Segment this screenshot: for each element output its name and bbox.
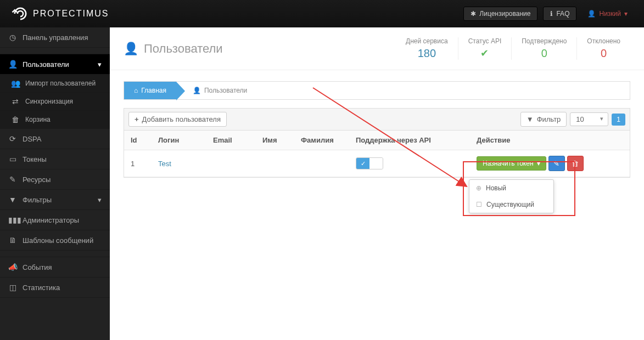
breadcrumb: ⌂Главная 👤Пользователи	[124, 81, 630, 100]
edit-button[interactable]: ✎	[548, 156, 565, 171]
funnel-icon: ▼	[527, 115, 534, 123]
refresh-icon: ⟳	[8, 134, 17, 143]
users-panel: +Добавить пользователя ▼Фильтр 10 1 Id Л…	[124, 108, 630, 178]
user-icon: 👤	[124, 42, 138, 56]
sidebar-item-bin[interactable]: 🗑Корзина	[0, 111, 110, 129]
caret-down-icon: ▾	[98, 60, 102, 69]
stat-days: Дней сервиса180	[396, 37, 458, 60]
check-icon: ✓	[356, 158, 369, 169]
trash-icon: 🗑	[572, 160, 579, 168]
brand-logo-icon	[11, 4, 30, 23]
page-header: 👤Пользователи Дней сервиса180 Статус API…	[110, 27, 644, 70]
sidebar-item-users[interactable]: 👤Пользователи▾	[0, 54, 110, 75]
trash-icon: 🗑	[11, 115, 20, 124]
plus-icon: +	[135, 115, 139, 123]
delete-button[interactable]: 🗑	[567, 156, 584, 171]
caret-down-icon: ▾	[624, 10, 628, 18]
divider	[0, 48, 110, 54]
th-first: Имя	[256, 131, 294, 150]
check-icon: ✔	[468, 47, 502, 59]
divider	[0, 251, 110, 257]
cell-last	[294, 150, 349, 177]
chart-icon: ◫	[8, 283, 17, 292]
th-login: Логин	[152, 131, 206, 150]
sidebar-item-admins[interactable]: ▮▮▮Администраторы	[0, 210, 110, 230]
brand-text: PROTECTIMUS	[33, 9, 109, 19]
megaphone-icon: 📣	[8, 263, 17, 271]
breadcrumb-current: 👤Пользователи	[176, 82, 255, 99]
doc-icon: 🗎	[8, 236, 17, 245]
stat-api-status: Статус API✔	[458, 37, 512, 60]
users-table: Id Логин Email Имя Фамилия Поддержка чер…	[124, 131, 630, 177]
users-icon: 👥	[11, 79, 20, 88]
page-size-select[interactable]: 10	[570, 112, 608, 126]
brand-logo: PROTECTIMUS	[11, 4, 109, 23]
pencil-icon: ✎	[8, 175, 17, 184]
dashboard-icon: ◷	[8, 33, 17, 42]
home-icon: ⌂	[134, 87, 138, 94]
filter-button[interactable]: ▼Фильтр	[520, 112, 567, 127]
square-icon: ☐	[476, 201, 482, 208]
page-number[interactable]: 1	[612, 114, 625, 126]
dropdown-item-existing[interactable]: ☐Существующий	[469, 196, 553, 213]
sidebar-item-dashboard[interactable]: ◷Панель управления	[0, 27, 110, 48]
th-email: Email	[206, 131, 256, 150]
stat-declined: Отклонено0	[576, 37, 630, 60]
plus-circle-icon: ⊕	[476, 184, 481, 192]
user-icon: 👤	[193, 87, 201, 94]
table-row: 1 Test ✓ Назначить токен▾ ✎ 🗑	[124, 150, 630, 177]
sidebar-item-stats[interactable]: ◫Статистика	[0, 277, 110, 298]
th-action: Действие	[470, 131, 630, 150]
user-icon: 👤	[587, 10, 596, 18]
add-user-button[interactable]: +Добавить пользователя	[128, 112, 227, 127]
licensing-button[interactable]: ✱Лицензирование	[463, 7, 537, 21]
page-title-text: Пользователи	[144, 42, 223, 56]
info-icon: ℹ	[550, 10, 553, 18]
user-menu[interactable]: 👤Низкий▾	[582, 7, 633, 20]
sidebar-item-events[interactable]: 📣События	[0, 257, 110, 277]
gear-icon: ✱	[471, 10, 476, 18]
faq-button[interactable]: ℹFAQ	[543, 7, 576, 21]
th-last: Фамилия	[294, 131, 349, 150]
stat-confirmed: Подтверждено0	[511, 37, 576, 60]
device-icon: ▭	[8, 155, 17, 163]
caret-down-icon: ▾	[98, 196, 102, 204]
th-api: Поддержка через API	[349, 131, 470, 150]
bars-icon: ▮▮▮	[8, 216, 17, 224]
api-toggle[interactable]: ✓	[356, 157, 383, 169]
cell-email	[206, 150, 256, 177]
top-bar: PROTECTIMUS ✱Лицензирование ℹFAQ 👤Низкий…	[0, 0, 644, 27]
sidebar-item-sync[interactable]: ⇄Синхронизация	[0, 93, 110, 111]
sidebar-item-import-users[interactable]: 👥Импорт пользователей	[0, 75, 110, 93]
shuffle-icon: ⇄	[11, 97, 20, 106]
cell-first	[256, 150, 294, 177]
sidebar-item-tokens[interactable]: ▭Токены	[0, 149, 110, 169]
sidebar-item-dspa[interactable]: ⟳DSPA	[0, 129, 110, 149]
funnel-icon: ▼	[8, 195, 17, 204]
dropdown-item-new[interactable]: ⊕Новый	[469, 180, 553, 196]
breadcrumb-home[interactable]: ⌂Главная	[124, 82, 176, 99]
sidebar-item-templates[interactable]: 🗎Шаблоны сообщений	[0, 230, 110, 251]
cell-id: 1	[124, 150, 152, 177]
user-icon: 👤	[8, 60, 17, 69]
sidebar-item-resources[interactable]: ✎Ресурсы	[0, 169, 110, 190]
pencil-icon: ✎	[553, 160, 559, 168]
sidebar: ◷Панель управления 👤Пользователи▾ 👥Импор…	[0, 27, 110, 340]
user-login-link[interactable]: Test	[158, 160, 171, 168]
assign-token-button[interactable]: Назначить токен▾	[477, 156, 546, 171]
assign-token-dropdown: ⊕Новый ☐Существующий	[469, 179, 554, 213]
caret-down-icon: ▾	[537, 160, 540, 167]
sidebar-item-filters[interactable]: ▼Фильтры▾	[0, 190, 110, 210]
th-id: Id	[124, 131, 152, 150]
